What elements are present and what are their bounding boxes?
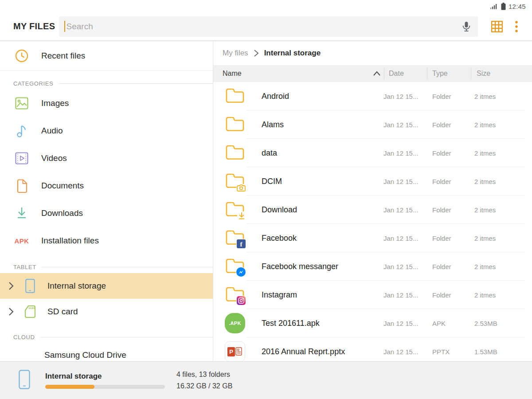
status-bar: 12:45	[0, 0, 532, 12]
file-row[interactable]: Facebook messangerJan 12 15...Folder2 it…	[213, 252, 532, 281]
column-headers: Name Date Type Size	[213, 65, 532, 82]
column-header-size[interactable]: Size	[477, 70, 490, 78]
sidebar-item-downloads[interactable]: Downloads	[0, 200, 213, 227]
facebook-badge-icon: f	[236, 239, 246, 249]
more-options-button[interactable]	[511, 21, 522, 32]
status-time: 12:45	[509, 3, 526, 10]
sidebar-item-images[interactable]: Images	[0, 90, 213, 117]
app-body: Recent files CATEGORIESImagesAudioVideos…	[0, 41, 532, 361]
messenger-badge-icon	[236, 267, 246, 277]
section-divider-line	[40, 337, 213, 337]
column-header-type[interactable]: Type	[432, 70, 448, 78]
folder-facebook-icon: f	[225, 240, 245, 248]
files-folders-count: 4 files, 13 folders	[176, 369, 232, 380]
sidebar-item-installation-files[interactable]: APKInstallation files	[0, 227, 213, 254]
file-size: 2 itmes	[474, 121, 496, 129]
breadcrumb-current-folder: Internal storage	[264, 49, 321, 58]
sidebar-item-audio[interactable]: Audio	[0, 117, 213, 145]
folder-instagram-icon	[225, 297, 245, 305]
chevron-right-icon	[254, 49, 259, 57]
sidebar-item-sd-card[interactable]: SD card	[0, 299, 213, 325]
column-divider	[427, 68, 427, 79]
file-name: Facebook messanger	[262, 262, 338, 271]
file-date: Jan 12 15...	[383, 291, 418, 299]
folder-icon	[225, 155, 245, 163]
battery-icon	[501, 3, 506, 10]
column-header-name[interactable]: Name	[223, 70, 242, 78]
breadcrumb-my-files[interactable]: My files	[223, 49, 248, 58]
file-row[interactable]: P2016 Annual Reprt.pptxJan 12 15...PPTX1…	[213, 337, 532, 361]
storage-usage: 16.32 GB / 32 GB	[176, 380, 232, 392]
sidebar-item-documents[interactable]: Documents	[0, 172, 213, 200]
column-divider	[471, 68, 471, 79]
mic-icon[interactable]	[461, 21, 472, 32]
file-row[interactable]: .APKTest 201611.apkJan 12 15...APK2.53MB	[213, 309, 532, 337]
section-divider-line	[59, 83, 213, 84]
audio-icon	[15, 124, 29, 138]
expand-chevron-icon[interactable]	[8, 281, 17, 291]
search-bar[interactable]	[59, 16, 478, 37]
section-label-cloud: CLOUD	[0, 325, 213, 343]
file-type: APK	[432, 320, 446, 327]
file-size: 1.53MB	[474, 348, 497, 356]
storage-stats: 4 files, 13 folders 16.32 GB / 32 GB	[176, 369, 232, 392]
file-name: Android	[262, 92, 289, 101]
expand-chevron-icon[interactable]	[8, 307, 17, 317]
camera-badge-icon	[236, 184, 246, 192]
file-size: 2.53MB	[474, 320, 497, 327]
file-date: Jan 12 15...	[383, 121, 418, 129]
sidebar-item-internal-storage[interactable]: Internal storage	[0, 273, 213, 299]
file-size: 2 itmes	[474, 149, 496, 157]
signal-strength-icon	[490, 3, 498, 9]
storage-progress-fill	[45, 385, 94, 389]
file-date: Jan 12 15...	[383, 320, 418, 327]
file-list: AndroidJan 12 15...Folder2 itmes AlamsJa…	[213, 82, 532, 361]
clock-icon	[15, 49, 29, 63]
file-row[interactable]: AlamsJan 12 15...Folder2 itmes	[213, 110, 532, 139]
tablet-icon	[24, 279, 36, 293]
folder-icon	[225, 127, 245, 134]
sd-card-icon	[24, 305, 36, 318]
file-name: data	[262, 149, 277, 158]
sidebar-item-samsung-cloud-drive[interactable]: Samsung Cloud Drive	[0, 350, 213, 360]
sidebar-item-videos[interactable]: Videos	[0, 145, 213, 172]
file-name: 2016 Annual Reprt.pptx	[262, 347, 345, 356]
documents-icon	[15, 179, 29, 193]
file-name: Facebook	[262, 234, 297, 243]
images-icon	[15, 97, 29, 110]
file-date: Jan 12 15...	[383, 149, 418, 157]
file-type: Folder	[432, 149, 451, 157]
file-size: 2 itmes	[474, 263, 496, 270]
file-size: 2 itmes	[474, 235, 496, 242]
sidebar-item-label: Recent files	[41, 51, 85, 61]
section-divider-line	[42, 267, 213, 267]
file-row[interactable]: fFacebookJan 12 15...Folder2 itmes	[213, 224, 532, 252]
file-date: Jan 12 15...	[383, 348, 418, 356]
grid-view-button[interactable]	[491, 21, 503, 32]
file-type: Folder	[432, 206, 451, 214]
folder-download-icon	[225, 212, 245, 219]
column-divider	[384, 68, 384, 79]
file-row[interactable]: AndroidJan 12 15...Folder2 itmes	[213, 82, 532, 110]
sort-ascending-icon[interactable]	[373, 70, 381, 78]
file-row[interactable]: DCIMJan 12 15...Folder2 itmes	[213, 167, 532, 196]
search-input[interactable]	[59, 16, 478, 37]
file-date: Jan 12 15...	[383, 206, 418, 214]
file-row[interactable]: InstagramJan 12 15...Folder2 itmes	[213, 281, 532, 309]
column-header-date[interactable]: Date	[389, 70, 404, 78]
sidebar-item-recent-files[interactable]: Recent files	[0, 41, 213, 70]
folder-icon	[225, 98, 245, 106]
file-type: PPTX	[432, 348, 450, 356]
file-row[interactable]: DownloadJan 12 15...Folder2 itmes	[213, 196, 532, 224]
file-type: Folder	[432, 263, 451, 270]
file-size: 2 itmes	[474, 291, 496, 299]
file-browser-panel: My files Internal storage Name Date Type…	[213, 41, 532, 361]
folder-messenger-icon	[225, 269, 245, 276]
file-row[interactable]: dataJan 12 15...Folder2 itmes	[213, 139, 532, 167]
storage-title: Internal storage	[45, 372, 165, 381]
file-date: Jan 12 15...	[383, 93, 418, 100]
file-type: Folder	[432, 235, 451, 242]
file-name: DCIM	[262, 177, 282, 186]
storage-progress-bar	[45, 385, 165, 389]
page-title: MY FILES	[13, 21, 59, 31]
